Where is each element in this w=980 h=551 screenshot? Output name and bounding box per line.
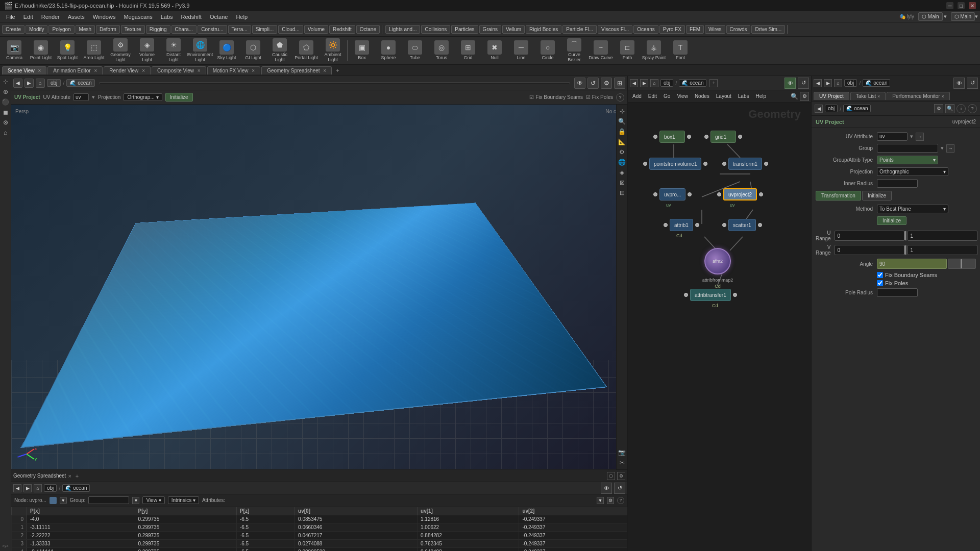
tool-portal-light[interactable]: ⬠ Portal Light — [293, 37, 320, 64]
ss-col-filter[interactable]: ▼ — [597, 497, 604, 504]
ng-go-btn[interactable]: Go — [661, 92, 673, 100]
texture-btn[interactable]: Texture — [121, 25, 145, 34]
pp-gear-btn[interactable]: ⚙ — [934, 104, 943, 113]
tool-sky-light[interactable]: 🔵 Sky Light — [213, 37, 240, 64]
minimize-button[interactable]: ─ — [946, 2, 953, 9]
volume-btn[interactable]: Volume — [304, 25, 328, 34]
projection-dropdown[interactable]: Orthograp... ▾ — [124, 93, 162, 101]
vp-settings-btn[interactable]: ⚙ — [601, 78, 612, 89]
tool-caustic-light[interactable]: ⬟ Caustic Light — [266, 37, 293, 64]
node-canvas[interactable]: Geometry — [628, 103, 811, 551]
v-range-max-input[interactable] — [908, 245, 977, 255]
tool-curve-bezier[interactable]: ⌒ Curve Bezier — [561, 37, 587, 64]
initialize-button[interactable]: Initialize — [877, 216, 906, 225]
redshift-btn[interactable]: Redshift — [329, 25, 355, 34]
group-filter-input[interactable] — [88, 496, 129, 504]
node-grid1-box[interactable]: grid1 — [710, 131, 736, 143]
tool-sphere[interactable]: ● Sphere — [375, 37, 402, 64]
motion-fx-close[interactable]: × — [252, 68, 255, 73]
node-box1[interactable]: box1 — [653, 131, 691, 143]
pyro-fx-btn[interactable]: Pyro FX — [659, 25, 685, 34]
node-s1-box[interactable]: scatter1 — [728, 219, 756, 231]
node-pfv1-box[interactable]: pointsfromvolume1 — [649, 158, 701, 170]
node-box1-box[interactable]: box1 — [659, 131, 685, 143]
oceans-btn[interactable]: Oceans — [633, 25, 658, 34]
col-pz-header[interactable]: P[z] — [236, 507, 295, 515]
composite-close[interactable]: × — [198, 68, 201, 73]
fix-poles-check[interactable]: ☑ Fix Poles — [586, 94, 613, 100]
vp-tool-2[interactable]: 🔍 — [618, 117, 627, 126]
projection-dropdown[interactable]: Orthographic ▾ — [877, 167, 948, 176]
fix-boundary-checkbox[interactable] — [877, 272, 883, 278]
ng-layout-btn[interactable]: Layout — [714, 92, 734, 100]
vp-refresh-btn[interactable]: ↺ — [587, 78, 599, 89]
node-uvp1-box[interactable]: uvpro... — [659, 188, 685, 201]
node-t1-box[interactable]: transform1 — [728, 158, 762, 170]
tool-env-light[interactable]: 🌐 Environment Light — [187, 37, 213, 64]
np-home-btn[interactable]: ⌂ — [650, 79, 658, 87]
main-workspace-label[interactable]: ⬡ Main — [918, 12, 942, 21]
pp-forward-btn[interactable]: ▶ — [824, 79, 832, 87]
viscous-fl-btn[interactable]: Viscous Fl... — [598, 25, 632, 34]
tool-grid[interactable]: ⊞ Grid — [455, 37, 481, 64]
col-py-header[interactable]: P[y] — [135, 507, 236, 515]
group-input[interactable] — [877, 144, 938, 153]
node-scatter1[interactable]: scatter1 — [722, 219, 762, 231]
ss-back-btn[interactable]: ◀ — [13, 484, 21, 492]
geo-spreadsheet-close[interactable]: × — [323, 68, 326, 73]
np-obj-path[interactable]: obj — [660, 79, 673, 87]
menu-windows[interactable]: Windows — [89, 13, 120, 21]
vp-tool-cam[interactable]: 📷 — [618, 448, 627, 457]
tool-gi-light[interactable]: ⬡ GI Light — [240, 37, 266, 64]
window-controls[interactable]: ─ □ ✕ — [946, 2, 976, 9]
vellum-btn[interactable]: Vellum — [502, 25, 525, 34]
ng-add-btn[interactable]: Add — [630, 92, 644, 100]
np-eye-btn[interactable]: 👁 — [785, 78, 796, 89]
tab-composite-view[interactable]: Composite View × — [152, 66, 206, 74]
viewport-canvas[interactable]: x y z Persp No cam ⊹ 🔍 🔒 📐 ⚙ 🌐 ◈ ⊠ ⊟ — [11, 105, 627, 469]
tool-tube[interactable]: ⬭ Tube — [402, 37, 428, 64]
tool-draw-curve[interactable]: ~ Draw Curve — [587, 37, 614, 64]
deform-btn[interactable]: Deform — [96, 25, 120, 34]
second-workspace-label[interactable]: ⬡ Main — [951, 12, 975, 21]
u-range-min-input[interactable] — [835, 231, 904, 241]
anim-editor-close[interactable]: × — [94, 68, 97, 73]
vp-path-obj[interactable]: obj — [47, 79, 61, 87]
node-attribfrommap2[interactable]: afm2 attribfrommap2 Cd — [704, 248, 731, 274]
tab-animation-editor[interactable]: Animation Editor × — [47, 66, 103, 74]
ss-eye-btn[interactable]: 👁 — [601, 483, 612, 494]
rigid-bodies-btn[interactable]: Rigid Bodies — [526, 25, 561, 34]
tab-geometry-spreadsheet[interactable]: Geometry Spreadsheet × — [261, 66, 332, 74]
spreadsheet-max-btn[interactable]: ⬡ — [607, 472, 615, 480]
menu-octane[interactable]: Octane — [206, 13, 232, 21]
pp-ocean-path[interactable]: 🌊 ocean — [863, 79, 890, 87]
tool-torus[interactable]: ◎ Torus — [428, 37, 455, 64]
pp-obj-path[interactable]: obj — [844, 79, 857, 87]
tab-render-view[interactable]: Render View × — [104, 66, 151, 74]
ss-help[interactable]: ? — [617, 497, 624, 504]
ss-refresh-btn[interactable]: ↺ — [614, 483, 625, 494]
constru-btn[interactable]: Constru... — [198, 25, 227, 34]
pp-eye-btn[interactable]: 👁 — [953, 78, 965, 89]
pp-home-btn[interactable]: ⌂ — [834, 79, 842, 87]
side-tool-5[interactable]: ⌂ — [1, 128, 10, 137]
side-tool-1[interactable]: ⊕ — [1, 87, 10, 96]
np-forward-btn[interactable]: ▶ — [640, 79, 648, 87]
angle-slider[interactable] — [948, 259, 976, 269]
ng-nodes-btn[interactable]: Nodes — [692, 92, 712, 100]
modify-btn[interactable]: Modify — [26, 25, 47, 34]
side-tool-select[interactable]: ⊹ — [1, 77, 10, 86]
vp-help-btn[interactable]: ? — [616, 93, 624, 102]
crowds-btn[interactable]: Crowds — [726, 25, 751, 34]
side-tool-2[interactable]: ⚫ — [1, 97, 10, 107]
fix-boundary-check[interactable]: ☑ Fix Boundary Seams — [529, 94, 583, 100]
mesh-btn[interactable]: Mesh — [76, 25, 95, 34]
vp-tool-8[interactable]: ⊠ — [618, 178, 627, 187]
props-tab-takelist[interactable]: Take List × — [850, 92, 886, 100]
ss-filter-btn[interactable]: ▼ — [60, 497, 67, 504]
pp-uvproject2-path[interactable]: obj — [825, 105, 838, 112]
v-range-slider[interactable] — [905, 245, 906, 255]
simpli-btn[interactable]: Simpli... — [252, 25, 278, 34]
spreadsheet-close[interactable]: × — [68, 473, 71, 479]
vp-tool-7[interactable]: ◈ — [618, 168, 627, 177]
